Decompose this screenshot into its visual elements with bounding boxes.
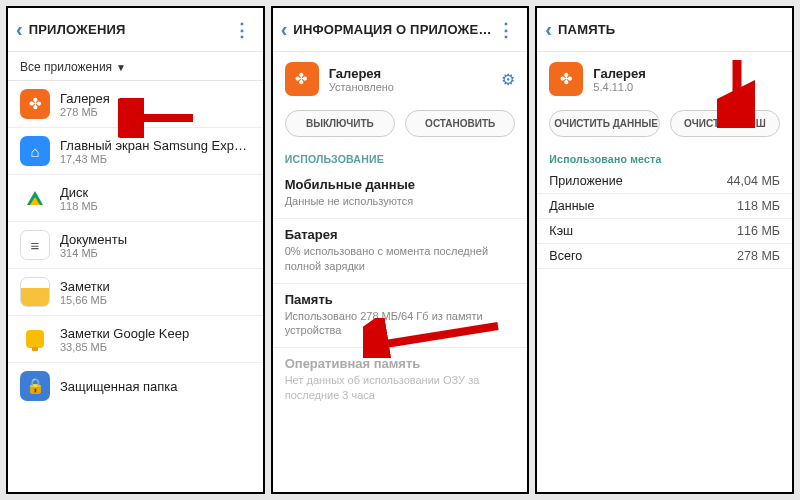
app-size: 15,66 МБ bbox=[60, 294, 251, 306]
docs-icon: ≡ bbox=[20, 230, 50, 260]
app-name: Документы bbox=[60, 232, 251, 247]
info-row-mobile-data[interactable]: Мобильные данные Данные не используются bbox=[273, 169, 528, 218]
page-title: ИНФОРМАЦИЯ О ПРИЛОЖЕНИИ bbox=[293, 22, 493, 37]
kv-value: 118 МБ bbox=[737, 199, 780, 213]
pane-applications: ‹ ПРИЛОЖЕНИЯ ⋮ Все приложения ▼ ✤ Галере… bbox=[6, 6, 265, 494]
home-icon: ⌂ bbox=[20, 136, 50, 166]
app-size: 33,85 МБ bbox=[60, 341, 251, 353]
app-name: Галерея bbox=[593, 66, 780, 81]
kv-row-app: Приложение 44,04 МБ bbox=[537, 169, 792, 194]
app-row-drive[interactable]: Диск 118 МБ bbox=[8, 174, 263, 221]
kv-key: Приложение bbox=[549, 174, 622, 188]
app-size: 278 МБ bbox=[60, 106, 251, 118]
app-list: ✤ Галерея 278 МБ ⌂ Главный экран Samsung… bbox=[8, 81, 263, 492]
notes-icon bbox=[20, 277, 50, 307]
app-name: Галерея bbox=[60, 91, 251, 106]
storage-breakdown: Приложение 44,04 МБ Данные 118 МБ Кэш 11… bbox=[537, 169, 792, 269]
header: ‹ ПРИЛОЖЕНИЯ ⋮ bbox=[8, 8, 263, 52]
overflow-menu-icon[interactable]: ⋮ bbox=[493, 19, 519, 41]
action-buttons: ВЫКЛЮЧИТЬ ОСТАНОВИТЬ bbox=[273, 106, 528, 147]
app-row-secure-folder[interactable]: 🔒 Защищенная папка bbox=[8, 362, 263, 409]
info-title: Память bbox=[285, 292, 516, 307]
kv-row-total: Всего 278 МБ bbox=[537, 244, 792, 269]
app-row-documents[interactable]: ≡ Документы 314 МБ bbox=[8, 221, 263, 268]
kv-value: 44,04 МБ bbox=[727, 174, 780, 188]
gallery-icon: ✤ bbox=[285, 62, 319, 96]
back-icon[interactable]: ‹ bbox=[543, 18, 558, 41]
chevron-down-icon: ▼ bbox=[116, 62, 126, 73]
app-row-gallery[interactable]: ✤ Галерея 278 МБ bbox=[8, 81, 263, 127]
app-size: 118 МБ bbox=[60, 200, 251, 212]
info-title: Мобильные данные bbox=[285, 177, 516, 192]
app-header: ✤ Галерея 5.4.11.0 bbox=[537, 52, 792, 106]
kv-key: Данные bbox=[549, 199, 594, 213]
info-row-battery[interactable]: Батарея 0% использовано с момента послед… bbox=[273, 218, 528, 283]
app-status: Установлено bbox=[329, 81, 502, 93]
back-icon[interactable]: ‹ bbox=[279, 18, 294, 41]
info-sub: Данные не используются bbox=[285, 194, 516, 208]
kv-key: Кэш bbox=[549, 224, 573, 238]
info-sub: 0% использовано с момента последней полн… bbox=[285, 244, 516, 273]
kv-value: 278 МБ bbox=[737, 249, 780, 263]
app-header: ✤ Галерея Установлено ⚙ bbox=[273, 52, 528, 106]
kv-value: 116 МБ bbox=[737, 224, 780, 238]
app-row-notes[interactable]: Заметки 15,66 МБ bbox=[8, 268, 263, 315]
overflow-menu-icon[interactable]: ⋮ bbox=[229, 19, 255, 41]
pane-storage: ‹ ПАМЯТЬ ✤ Галерея 5.4.11.0 ОЧИСТИТЬ ДАН… bbox=[535, 6, 794, 494]
clear-cache-button[interactable]: ОЧИСТИТЬ КЭШ bbox=[670, 110, 780, 137]
kv-row-cache: Кэш 116 МБ bbox=[537, 219, 792, 244]
gear-icon[interactable]: ⚙ bbox=[501, 70, 515, 89]
disable-button[interactable]: ВЫКЛЮЧИТЬ bbox=[285, 110, 395, 137]
app-version: 5.4.11.0 bbox=[593, 81, 780, 93]
info-title: Оперативная память bbox=[285, 356, 516, 371]
app-row-keep[interactable]: Заметки Google Keep 33,85 МБ bbox=[8, 315, 263, 362]
filter-label: Все приложения bbox=[20, 60, 112, 74]
back-icon[interactable]: ‹ bbox=[14, 18, 29, 41]
page-title: ПРИЛОЖЕНИЯ bbox=[29, 22, 229, 37]
app-row-samsung-home[interactable]: ⌂ Главный экран Samsung Experie.. 17,43 … bbox=[8, 127, 263, 174]
app-name: Заметки bbox=[60, 279, 251, 294]
app-name: Галерея bbox=[329, 66, 502, 81]
info-title: Батарея bbox=[285, 227, 516, 242]
gallery-icon: ✤ bbox=[20, 89, 50, 119]
app-filter-dropdown[interactable]: Все приложения ▼ bbox=[8, 52, 263, 81]
secure-folder-icon: 🔒 bbox=[20, 371, 50, 401]
info-list: Мобильные данные Данные не используются … bbox=[273, 169, 528, 412]
kv-row-data: Данные 118 МБ bbox=[537, 194, 792, 219]
info-row-storage[interactable]: Память Использовано 278 МБ/64 Гб из памя… bbox=[273, 283, 528, 348]
app-name: Защищенная папка bbox=[60, 379, 251, 394]
drive-icon bbox=[20, 183, 50, 213]
header: ‹ ПАМЯТЬ bbox=[537, 8, 792, 52]
storage-buttons: ОЧИСТИТЬ ДАННЫЕ ОЧИСТИТЬ КЭШ bbox=[537, 106, 792, 147]
space-used-label: Использовано места bbox=[537, 147, 792, 169]
header: ‹ ИНФОРМАЦИЯ О ПРИЛОЖЕНИИ ⋮ bbox=[273, 8, 528, 52]
page-title: ПАМЯТЬ bbox=[558, 22, 784, 37]
pane-app-info: ‹ ИНФОРМАЦИЯ О ПРИЛОЖЕНИИ ⋮ ✤ Галерея Ус… bbox=[271, 6, 530, 494]
info-sub: Нет данных об использовании ОЗУ за после… bbox=[285, 373, 516, 402]
keep-icon bbox=[20, 324, 50, 354]
app-name: Диск bbox=[60, 185, 251, 200]
app-size: 17,43 МБ bbox=[60, 153, 251, 165]
force-stop-button[interactable]: ОСТАНОВИТЬ bbox=[405, 110, 515, 137]
kv-key: Всего bbox=[549, 249, 582, 263]
app-name: Заметки Google Keep bbox=[60, 326, 251, 341]
app-size: 314 МБ bbox=[60, 247, 251, 259]
info-sub: Использовано 278 МБ/64 Гб из памяти устр… bbox=[285, 309, 516, 338]
gallery-icon: ✤ bbox=[549, 62, 583, 96]
usage-section-label: ИСПОЛЬЗОВАНИЕ bbox=[273, 147, 528, 169]
clear-data-button[interactable]: ОЧИСТИТЬ ДАННЫЕ bbox=[549, 110, 659, 137]
app-name: Главный экран Samsung Experie.. bbox=[60, 138, 251, 153]
info-row-ram: Оперативная память Нет данных об использ… bbox=[273, 347, 528, 412]
